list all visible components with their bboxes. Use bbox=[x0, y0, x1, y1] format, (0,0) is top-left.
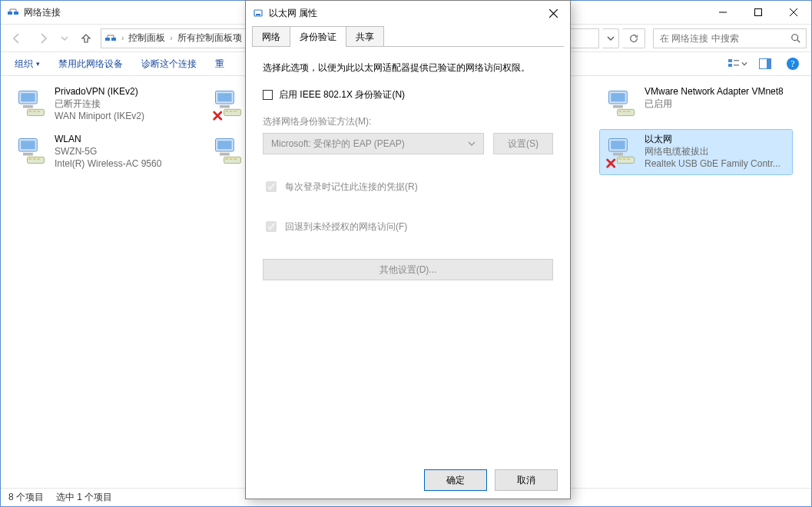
ethernet-icon bbox=[252, 7, 264, 19]
maximize-button[interactable] bbox=[741, 1, 776, 24]
app-icon bbox=[7, 6, 19, 18]
breadcrumb-dropdown[interactable] bbox=[602, 28, 619, 48]
up-button[interactable] bbox=[75, 28, 98, 49]
label: 组织 bbox=[15, 58, 33, 71]
organize-button[interactable]: 组织 ▾ bbox=[7, 55, 48, 74]
svg-rect-51 bbox=[220, 153, 230, 156]
adapter-status: 已断开连接 bbox=[55, 98, 144, 110]
status-selected: 选中 1 个项目 bbox=[56, 491, 112, 504]
svg-rect-11 bbox=[767, 59, 771, 68]
svg-rect-45 bbox=[28, 157, 45, 163]
diagnose-button[interactable]: 诊断这个连接 bbox=[134, 55, 204, 74]
adapter-status: 已启用 bbox=[645, 98, 784, 110]
adapter-device: Realtek USB GbE Family Contr... bbox=[645, 157, 781, 170]
disable-device-button[interactable]: 禁用此网络设备 bbox=[51, 55, 131, 74]
svg-rect-67 bbox=[618, 158, 621, 160]
svg-rect-65 bbox=[613, 153, 623, 156]
dialog-footer: 确定 取消 bbox=[246, 462, 570, 499]
rename-button[interactable]: 重 bbox=[207, 55, 232, 74]
close-button[interactable] bbox=[776, 1, 811, 24]
dropdown-value: Microsoft: 受保护的 EAP (PEAP) bbox=[271, 138, 405, 151]
svg-rect-48 bbox=[37, 158, 40, 160]
svg-rect-41 bbox=[627, 111, 630, 112]
adapter-icon bbox=[15, 85, 48, 119]
tab-authentication[interactable]: 身份验证 bbox=[290, 26, 346, 47]
svg-rect-44 bbox=[23, 153, 33, 156]
dialog-body: 选择此选项，以便为此以太网适配器提供已验证的网络访问权限。 启用 IEEE 80… bbox=[246, 47, 570, 462]
svg-rect-66 bbox=[618, 157, 635, 163]
checkbox-icon bbox=[263, 90, 273, 100]
checkbox-label: 每次登录时记住此连接的凭据(R) bbox=[285, 181, 418, 194]
tab-sharing[interactable]: 共享 bbox=[346, 26, 384, 47]
svg-rect-9 bbox=[734, 65, 739, 66]
fallback-checkbox: 回退到未经授权的网络访问(F) bbox=[263, 219, 553, 234]
recent-dropdown[interactable] bbox=[58, 28, 71, 49]
search-box[interactable] bbox=[653, 28, 807, 48]
chevron-right-icon: › bbox=[121, 34, 124, 42]
network-adapter-item[interactable]: WLANSWZN-5GIntel(R) Wireless-AC 9560 bbox=[10, 130, 202, 174]
svg-rect-39 bbox=[618, 111, 621, 112]
breadcrumb-item[interactable]: 控制面板 › bbox=[128, 31, 172, 45]
breadcrumb-item[interactable]: 所有控制面板项 bbox=[177, 31, 242, 45]
network-adapter-item[interactable]: VMware Network Adapter VMnet8已启用 bbox=[600, 82, 792, 127]
tabstrip: 网络 身份验证 共享 bbox=[246, 25, 570, 47]
preview-pane-button[interactable] bbox=[753, 55, 777, 73]
breadcrumb-root-icon[interactable]: › bbox=[104, 32, 124, 45]
adapter-name: VMware Network Adapter VMnet8 bbox=[645, 85, 784, 98]
view-mode-button[interactable] bbox=[725, 55, 750, 73]
adapter-status: 网络电缆被拔出 bbox=[645, 145, 781, 157]
refresh-button[interactable] bbox=[622, 28, 645, 48]
minimize-button[interactable] bbox=[705, 1, 741, 24]
chevron-right-icon: › bbox=[170, 34, 172, 42]
svg-rect-2 bbox=[755, 9, 762, 16]
svg-rect-40 bbox=[623, 111, 626, 112]
window-title: 网络连接 bbox=[24, 6, 61, 19]
svg-rect-15 bbox=[21, 93, 35, 101]
search-icon[interactable] bbox=[790, 33, 801, 44]
svg-rect-17 bbox=[28, 109, 45, 115]
svg-rect-54 bbox=[230, 158, 233, 160]
svg-rect-7 bbox=[728, 64, 732, 67]
svg-rect-36 bbox=[611, 93, 625, 101]
adapter-texts: VMware Network Adapter VMnet8已启用 bbox=[645, 85, 784, 110]
checkbox-label: 启用 IEEE 802.1X 身份验证(N) bbox=[279, 88, 405, 101]
help-button[interactable]: ? bbox=[781, 55, 805, 73]
forward-button[interactable] bbox=[31, 28, 55, 49]
svg-rect-53 bbox=[225, 158, 228, 160]
enable-8021x-checkbox[interactable]: 启用 IEEE 802.1X 身份验证(N) bbox=[263, 88, 553, 101]
chevron-down-icon bbox=[468, 140, 476, 147]
network-adapter-item[interactable]: 以太网网络电缆被拔出Realtek USB GbE Family Contr..… bbox=[600, 130, 792, 174]
cancel-button[interactable]: 取消 bbox=[495, 469, 558, 491]
adapter-texts: 以太网网络电缆被拔出Realtek USB GbE Family Contr..… bbox=[645, 133, 781, 171]
svg-rect-16 bbox=[23, 105, 33, 108]
svg-rect-68 bbox=[623, 158, 626, 160]
svg-rect-26 bbox=[230, 111, 233, 112]
properties-dialog: 以太网 属性 网络 身份验证 共享 选择此选项，以便为此以太网适配器提供已验证的… bbox=[245, 0, 571, 499]
adapter-texts: PrivadoVPN (IKEv2)已断开连接WAN Miniport (IKE… bbox=[55, 85, 144, 123]
svg-rect-3 bbox=[105, 38, 110, 41]
search-input[interactable] bbox=[658, 32, 787, 45]
remember-credentials-checkbox: 每次登录时记住此连接的凭据(R) bbox=[263, 179, 553, 194]
dialog-titlebar: 以太网 属性 bbox=[246, 1, 570, 25]
adapter-icon bbox=[605, 85, 638, 119]
other-settings-button: 其他设置(D)... bbox=[263, 259, 553, 280]
dialog-close-button[interactable] bbox=[536, 1, 570, 25]
checkbox-label: 回退到未经授权的网络访问(F) bbox=[285, 220, 407, 234]
svg-rect-38 bbox=[618, 109, 635, 115]
network-adapter-item[interactable]: PrivadoVPN (IKEv2)已断开连接WAN Miniport (IKE… bbox=[10, 82, 202, 127]
breadcrumb-label: 控制面板 bbox=[128, 31, 165, 45]
svg-rect-69 bbox=[627, 158, 630, 160]
tab-network[interactable]: 网络 bbox=[252, 26, 290, 47]
svg-text:?: ? bbox=[790, 58, 794, 69]
svg-rect-24 bbox=[224, 109, 241, 115]
auth-description: 选择此选项，以便为此以太网适配器提供已验证的网络访问权限。 bbox=[263, 61, 553, 75]
back-button[interactable] bbox=[5, 28, 28, 49]
svg-rect-71 bbox=[256, 14, 260, 15]
chevron-down-icon: ▾ bbox=[36, 60, 40, 68]
svg-rect-22 bbox=[217, 93, 231, 101]
svg-rect-55 bbox=[234, 158, 237, 160]
svg-rect-4 bbox=[111, 38, 116, 41]
svg-rect-8 bbox=[734, 60, 739, 61]
auth-method-dropdown: Microsoft: 受保护的 EAP (PEAP) bbox=[263, 133, 484, 154]
ok-button[interactable]: 确定 bbox=[424, 469, 487, 491]
